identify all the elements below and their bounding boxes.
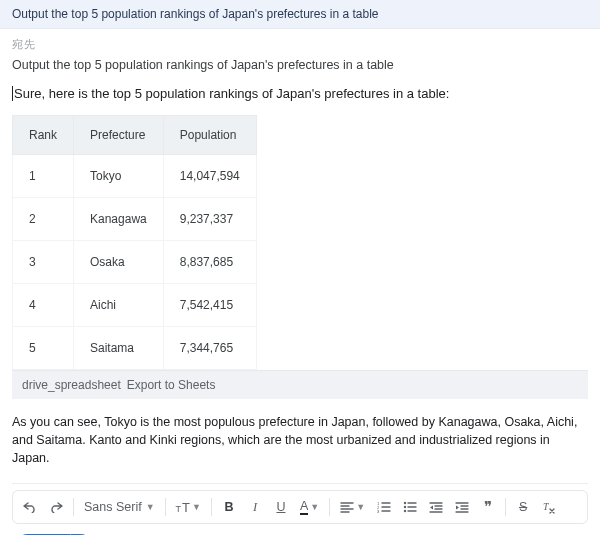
drive-spreadsheet-icon: drive_spreadsheet [22, 378, 121, 392]
svg-text:3: 3 [377, 509, 380, 513]
numbered-list-icon: 123 [377, 501, 391, 513]
font-family-label: Sans Serif [84, 500, 142, 514]
redo-icon [49, 501, 63, 513]
separator [73, 498, 74, 516]
table-row: 2 Kanagawa 9,237,337 [13, 198, 257, 241]
undo-button[interactable] [19, 495, 41, 519]
reply-intro[interactable]: Sure, here is the top 5 population ranki… [12, 86, 588, 101]
bold-button[interactable]: B [218, 495, 240, 519]
banner-prompt: Output the top 5 population rankings of … [0, 0, 600, 29]
svg-point-3 [404, 502, 406, 504]
chevron-down-icon: ▼ [192, 502, 201, 512]
indent-decrease-icon [429, 501, 443, 513]
clear-format-icon: T [542, 500, 556, 514]
reply-intro-text: Sure, here is the top 5 population ranki… [12, 86, 449, 101]
bulleted-list-button[interactable] [399, 495, 421, 519]
format-toolbar: Sans Serif ▼ TT ▼ B I U A ▼ ▼ 123 [12, 490, 588, 524]
population-table: Rank Prefecture Population 1 Tokyo 14,04… [12, 115, 257, 370]
separator [165, 498, 166, 516]
bulleted-list-icon [403, 501, 417, 513]
underline-button[interactable]: U [270, 495, 292, 519]
chevron-down-icon: ▼ [356, 502, 365, 512]
align-button[interactable]: ▼ [336, 495, 369, 519]
indent-decrease-button[interactable] [425, 495, 447, 519]
svg-point-4 [404, 506, 406, 508]
font-family-select[interactable]: Sans Serif ▼ [80, 495, 159, 519]
table-header-row: Rank Prefecture Population [13, 116, 257, 155]
separator [211, 498, 212, 516]
table-row: 3 Osaka 8,837,685 [13, 241, 257, 284]
strikethrough-button[interactable]: S [512, 495, 534, 519]
export-label: Export to Sheets [127, 378, 216, 392]
align-left-icon [340, 501, 354, 513]
banner-text: Output the top 5 population rankings of … [12, 7, 379, 21]
chevron-down-icon: ▼ [310, 502, 319, 512]
col-population: Population [163, 116, 256, 155]
to-label: 宛先 [12, 37, 588, 52]
divider [12, 483, 588, 484]
separator [329, 498, 330, 516]
summary-text: As you can see, Tokyo is the most populo… [12, 413, 588, 467]
undo-icon [23, 501, 37, 513]
italic-button[interactable]: I [244, 495, 266, 519]
col-rank: Rank [13, 116, 74, 155]
table-row: 1 Tokyo 14,047,594 [13, 155, 257, 198]
text-color-icon: A [300, 500, 308, 516]
col-prefecture: Prefecture [74, 116, 164, 155]
font-size-icon: TT [176, 500, 190, 515]
font-size-button[interactable]: TT ▼ [172, 495, 205, 519]
clear-format-button[interactable]: T [538, 495, 560, 519]
main-content: 宛先 Output the top 5 population rankings … [0, 29, 600, 535]
redo-button[interactable] [45, 495, 67, 519]
indent-increase-button[interactable] [451, 495, 473, 519]
separator [505, 498, 506, 516]
table-row: 5 Saitama 7,344,765 [13, 327, 257, 370]
svg-point-5 [404, 510, 406, 512]
numbered-list-button[interactable]: 123 [373, 495, 395, 519]
subject-line: Output the top 5 population rankings of … [12, 58, 588, 72]
export-to-sheets[interactable]: drive_spreadsheet Export to Sheets [12, 370, 588, 399]
chevron-down-icon: ▼ [146, 502, 155, 512]
text-color-button[interactable]: A ▼ [296, 495, 323, 519]
table-row: 4 Aichi 7,542,415 [13, 284, 257, 327]
svg-text:T: T [543, 501, 550, 512]
indent-increase-icon [455, 501, 469, 513]
quote-button[interactable]: ❞ [477, 495, 499, 519]
